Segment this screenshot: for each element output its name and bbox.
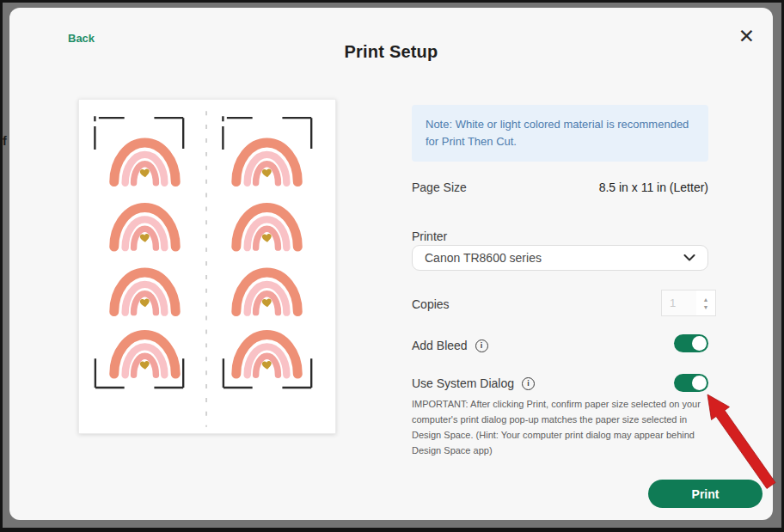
use-system-dialog-toggle[interactable] xyxy=(674,374,708,392)
use-system-dialog-row: Use System Dialog i xyxy=(412,376,535,390)
page-size-value: 8.5 in x 11 in (Letter) xyxy=(599,180,708,194)
add-bleed-row: Add Bleed i xyxy=(412,339,488,352)
important-line-1: IMPORTANT: After clicking Print, confirm… xyxy=(412,396,701,412)
copies-stepper-arrows[interactable]: ▲ ▼ xyxy=(696,290,715,315)
material-note: Note: White or light colored material is… xyxy=(412,105,708,162)
copies-value: 1 xyxy=(662,297,696,309)
print-preview xyxy=(78,99,336,434)
important-note: IMPORTANT: After clicking Print, confirm… xyxy=(412,396,701,458)
copies-label: Copies xyxy=(412,297,450,311)
print-setup-dialog: Back Print Setup ✕ xyxy=(9,8,773,520)
add-bleed-label: Add Bleed xyxy=(412,339,468,352)
toggle-knob xyxy=(692,376,707,390)
important-line-4: Design Space app) xyxy=(412,443,701,458)
note-line-2: for Print Then Cut. xyxy=(426,133,695,150)
stepper-up-icon[interactable]: ▲ xyxy=(703,297,709,303)
printer-label: Printer xyxy=(412,229,447,243)
toggle-knob xyxy=(692,336,707,351)
print-button[interactable]: Print xyxy=(648,480,763,508)
use-system-dialog-label: Use System Dialog xyxy=(412,376,514,390)
printer-select[interactable]: Canon TR8600 series xyxy=(412,245,708,271)
rainbow-artwork-grid xyxy=(114,143,298,375)
add-bleed-toggle[interactable] xyxy=(674,334,708,352)
chevron-down-icon xyxy=(683,254,695,261)
page-title: Print Setup xyxy=(9,42,773,62)
stepper-down-icon[interactable]: ▼ xyxy=(703,304,709,310)
info-icon[interactable]: i xyxy=(475,339,488,352)
background-app-fragment: f xyxy=(3,134,7,148)
copies-stepper[interactable]: 1 ▲ ▼ xyxy=(661,290,716,316)
printer-selected-value: Canon TR8600 series xyxy=(425,251,542,265)
note-line-1: Note: White or light colored material is… xyxy=(426,116,695,133)
print-preview-canvas xyxy=(79,100,335,433)
important-line-3: Design Space. (Hint: Your computer print… xyxy=(412,427,701,443)
close-icon[interactable]: ✕ xyxy=(738,27,755,46)
info-icon[interactable]: i xyxy=(522,377,535,390)
page-size-label: Page Size xyxy=(412,180,467,194)
page-size-row: Page Size 8.5 in x 11 in (Letter) xyxy=(412,180,708,194)
important-line-2: computer's print dialog pop-up matches t… xyxy=(412,412,701,427)
